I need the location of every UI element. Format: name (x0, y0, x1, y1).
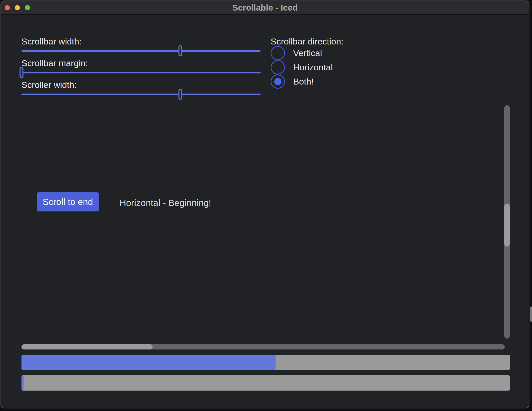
horizontal-progress-bar (21, 355, 510, 370)
scrollbar-width-slider[interactable] (21, 45, 261, 57)
slider-handle[interactable] (20, 67, 24, 78)
radio-option-label: Horizontal (293, 62, 333, 72)
radio-dot-icon (274, 78, 282, 85)
scroller-width-slider[interactable] (21, 89, 261, 100)
radio-option-both[interactable]: Both! (271, 74, 314, 89)
radio-icon[interactable] (271, 60, 285, 74)
scroll-to-end-button[interactable]: Scroll to end (37, 192, 99, 211)
slider-rail[interactable] (21, 72, 261, 73)
scrollbar-margin-label: Scrollbar margin: (21, 58, 88, 68)
radio-icon[interactable] (271, 74, 285, 89)
radio-option-label: Both! (293, 77, 314, 87)
radio-icon[interactable] (271, 46, 285, 60)
scroll-status-text: Horizontal - Beginning! (120, 197, 211, 209)
titlebar[interactable]: Scrollable - Iced (1, 1, 529, 15)
vertical-scrollbar-thumb[interactable] (504, 204, 510, 247)
background-window-edge (530, 307, 532, 322)
progress-fill (21, 355, 276, 370)
slider-handle[interactable] (179, 89, 182, 100)
radio-option-horizontal[interactable]: Horizontal (271, 60, 333, 74)
radio-option-label: Vertical (293, 48, 322, 58)
vertical-progress-bar (21, 375, 510, 391)
slider-rail[interactable] (21, 94, 261, 95)
horizontal-scrollbar-thumb[interactable] (21, 344, 153, 349)
screen: Scrollable - Iced Scrollbar width: Scrol… (0, 0, 532, 411)
scrollbar-direction-label: Scrollbar direction: (271, 36, 344, 47)
app-window: Scrollable - Iced Scrollbar width: Scrol… (1, 1, 529, 408)
radio-option-vertical[interactable]: Vertical (271, 46, 322, 60)
slider-rail[interactable] (21, 50, 261, 52)
slider-handle[interactable] (179, 45, 182, 56)
scroller-width-label: Scroller width: (21, 80, 77, 90)
scrollbar-width-label: Scrollbar width: (21, 36, 82, 47)
progress-fill (21, 375, 24, 391)
window-title: Scrollable - Iced (1, 1, 529, 14)
scrollbar-margin-slider[interactable] (21, 67, 261, 78)
